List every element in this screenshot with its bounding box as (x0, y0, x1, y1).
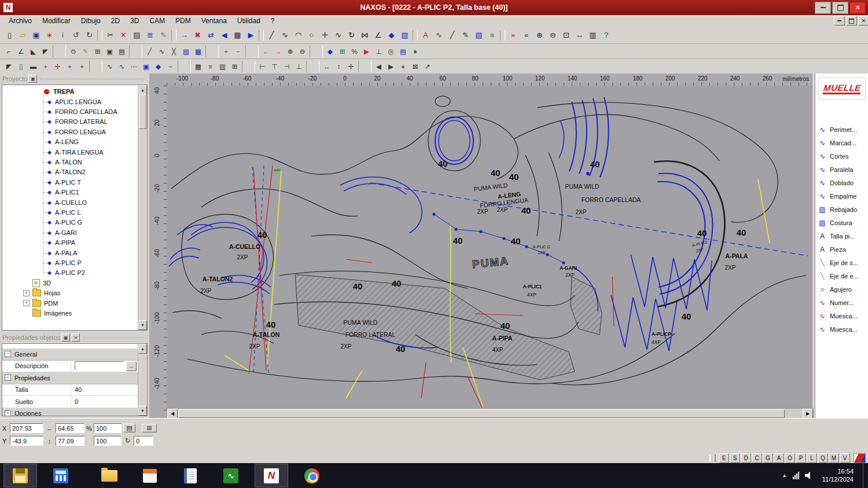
mdi-close-button[interactable]: ✕ (858, 16, 868, 25)
scroll-right-icon[interactable]: ▶ (803, 409, 813, 419)
expand-box[interactable]: + (23, 300, 30, 306)
height-input[interactable]: 77.09 (56, 436, 84, 446)
layer-key-L[interactable]: L (807, 453, 817, 463)
section-general[interactable]: − General (2, 348, 138, 361)
tool-item[interactable]: ╲Eje de s... (815, 256, 868, 269)
menu-item[interactable]: ? (266, 16, 280, 26)
tree-node[interactable]: Imágenes (2, 308, 138, 318)
expand-box[interactable]: + (23, 290, 30, 296)
menu-item[interactable]: Archivo (3, 16, 37, 26)
mdi-restore-button[interactable] (846, 16, 857, 25)
taskbar-app-chrome[interactable] (295, 464, 329, 487)
tool-item[interactable]: APieza (815, 243, 868, 256)
tree-item-piece[interactable]: ◆A-PALA (2, 248, 138, 258)
tool-item[interactable]: ∿Muesca... (815, 309, 868, 322)
collapse-icon[interactable]: − (5, 410, 11, 416)
layer-key-D[interactable]: D (741, 453, 751, 463)
tree-item-piece[interactable]: ◆A-GARI (2, 228, 138, 237)
tree-node[interactable]: +PDM (2, 298, 138, 308)
menu-item[interactable]: PDM (170, 16, 196, 26)
tree-item-piece[interactable]: ◆A-PLIC G (2, 218, 138, 228)
section-propiedades[interactable]: − Propiedades (2, 372, 138, 384)
scroll-down-icon[interactable]: ▼ (138, 406, 147, 416)
tree-item-piece[interactable]: ◆A-TIRA LENGUA (2, 147, 138, 157)
tree-node[interactable]: 3D (2, 278, 138, 288)
layer-key-Q[interactable]: Q (818, 453, 828, 463)
tool-item[interactable]: ▨Costura (815, 216, 868, 229)
layer-key-V[interactable]: V (840, 453, 850, 463)
descripcion-input[interactable] (75, 361, 124, 370)
taskbar-app-package[interactable] (133, 464, 167, 487)
mdi-minimize-button[interactable] (834, 16, 845, 25)
tree-node[interactable]: +Hojas (2, 288, 138, 298)
layer-key-A[interactable]: A (774, 453, 784, 463)
width-input[interactable]: 64.65 (56, 423, 84, 433)
panel-close-button[interactable]: ✕ (71, 333, 80, 342)
panel-pin-button[interactable]: ▣ (28, 75, 37, 83)
tree-item-piece[interactable]: ◆A-PLIC1 (2, 188, 138, 197)
tree-item-piece[interactable]: ◆A-PLIC P2 (2, 268, 138, 278)
taskbar-app-explorer[interactable] (93, 464, 126, 487)
tree-item-piece[interactable]: ◆A-LENG (2, 137, 138, 147)
scroll-up-icon[interactable]: ▲ (138, 344, 147, 354)
layer-key-P[interactable]: P (796, 453, 806, 463)
layer-key-M[interactable]: M (829, 453, 839, 463)
menu-item[interactable]: Modificar (37, 16, 76, 26)
tool-item[interactable]: ∿Paralela (815, 163, 868, 176)
tool-item[interactable]: ∿Marcad... (815, 136, 868, 149)
tree-item-piece[interactable]: ◆A-TALON2 (2, 167, 138, 177)
tree-item-piece[interactable]: ◆A-PLIC P (2, 258, 138, 267)
taskbar-app-naxos[interactable]: N (255, 464, 288, 487)
x-coordinate-input[interactable]: 207.93 (10, 423, 43, 433)
layer-key-G[interactable]: G (763, 453, 773, 463)
drawing-canvas[interactable]: 40404040404040404040404040404040PUMAA-CU… (167, 86, 812, 408)
layer-key-S[interactable]: S (730, 453, 740, 463)
close-button[interactable]: ✕ (849, 2, 866, 14)
tool-item[interactable]: ∿Doblado (815, 176, 868, 189)
tool-item[interactable]: ▨Rebajado (815, 203, 868, 216)
volume-icon[interactable] (805, 472, 813, 479)
project-scrollbar[interactable]: ▲ ▼ (138, 85, 147, 330)
layer-key-C[interactable]: C (752, 453, 762, 463)
naxos-2d-icon[interactable] (854, 453, 866, 463)
menu-item[interactable]: 2D (106, 16, 125, 26)
tree-root-trepa[interactable]: TREPA (2, 86, 138, 97)
menu-item[interactable]: Dibujo (76, 16, 106, 26)
tool-item[interactable]: ∿Muesca... (815, 322, 868, 336)
layer-key-O[interactable]: O (785, 453, 795, 463)
tree-item-piece[interactable]: ◆A-PIPA (2, 237, 138, 247)
suelto-value[interactable]: 0 (71, 398, 138, 405)
add-grid-button[interactable]: ⊞ (142, 424, 157, 432)
layer-key-E[interactable]: E (719, 453, 729, 463)
talla-value[interactable]: 40 (71, 386, 138, 393)
properties-scrollbar[interactable]: ▲ ▼ (138, 344, 147, 416)
list-button[interactable]: ▤ (123, 424, 135, 432)
panel-pin-button[interactable]: ▣ (61, 333, 70, 342)
tree-item-piece[interactable]: ◆FORRO LENGUA (2, 127, 138, 137)
tool-item[interactable]: ∿Empalme (815, 189, 868, 203)
taskbar-app-calculator[interactable] (44, 464, 78, 487)
tool-item[interactable]: ATalla pi... (815, 229, 868, 243)
descripcion-browse-button[interactable]: ... (126, 361, 137, 371)
menu-item[interactable]: Utilidad (232, 16, 266, 26)
tree-item-piece[interactable]: ◆FORRO LATERAL (2, 117, 138, 127)
tree-item-piece[interactable]: ◆FORRO CAPELLADA (2, 107, 138, 116)
menu-item[interactable]: 3D (125, 16, 144, 26)
tool-item[interactable]: ∿Perimet... (815, 123, 868, 136)
taskbar-app-floppy[interactable] (3, 464, 37, 487)
rotation-input[interactable]: 0 (134, 436, 153, 446)
network-icon[interactable] (793, 472, 799, 479)
tool-item[interactable]: ╲Eje de e... (815, 269, 868, 282)
restore-button[interactable] (832, 2, 848, 14)
toolbar-grip[interactable] (709, 454, 716, 462)
y-coordinate-input[interactable]: -43.9 (10, 436, 43, 446)
tray-expand-icon[interactable]: ▲ (782, 473, 787, 478)
tree-item-piece[interactable]: ◆A-TALON (2, 157, 138, 167)
scroll-thumb[interactable] (178, 409, 785, 418)
tool-item[interactable]: ∿Cortes (815, 149, 868, 163)
tool-item[interactable]: ∿Numer... (815, 296, 868, 309)
section-opciones[interactable]: − Opciones (2, 408, 138, 417)
menu-item[interactable]: CAM (144, 16, 170, 26)
scroll-left-icon[interactable]: ◀ (167, 409, 178, 419)
collapse-icon[interactable]: − (5, 351, 11, 357)
